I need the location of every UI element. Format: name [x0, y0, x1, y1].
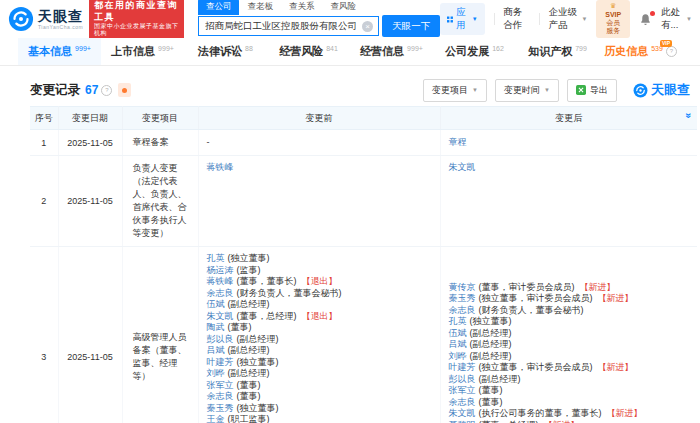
tab-operation-info[interactable]: 经营信息999+ [350, 38, 433, 65]
cell-before: 蒋铁峰 [198, 156, 440, 247]
collapse-chevrons-icon[interactable]: » [684, 113, 695, 119]
watermark-text: 天眼查 [651, 81, 690, 99]
tab-intellectual-property[interactable]: 知识产权799 [516, 38, 599, 65]
svip-badge[interactable]: ♛ SVIP 会员服务 [596, 0, 630, 38]
change-record-table: 序号 变更日期 变更项目 变更前 变更后 » 12025-11-05章程备案-章… [30, 106, 697, 423]
person-line: 朱文凯(执行公司事务的董事，董事长)【新进】 [449, 408, 692, 420]
person-role: (财务负责人，董事会秘书) [479, 305, 584, 315]
person-link[interactable]: 杨运涛 [207, 265, 234, 275]
person-line: 朱文凯(董事，总经理)【退出】 [207, 311, 434, 323]
person-role: (副总经理) [228, 299, 270, 309]
person-link[interactable]: 朱文凯 [449, 162, 476, 172]
cell-after: 章程 [440, 130, 697, 156]
status-tag: 【新进】 [580, 282, 616, 292]
business-coop-link[interactable]: 商务合作 [503, 6, 530, 32]
person-link[interactable]: 彭以良 [449, 374, 476, 384]
person-link[interactable]: 章程 [449, 137, 467, 147]
person-link[interactable]: 余志良 [207, 288, 234, 298]
export-excel-icon [576, 85, 586, 95]
person-line: 叶建芳(独立董事) [207, 357, 434, 369]
enterprise-product-label: 企业级产品 [549, 6, 580, 32]
export-button[interactable]: 导出 [567, 79, 617, 102]
search-tab-boss[interactable]: 查老板 [239, 0, 281, 15]
person-role: (董事) [237, 391, 261, 401]
person-link[interactable]: 蒋铁峰 [207, 162, 234, 172]
person-line: 叶建芳(独立董事，审计委员会成员)【新进】 [449, 362, 692, 374]
tab-legal-litigation[interactable]: 法律诉讼88 [184, 38, 267, 65]
person-link[interactable]: 叶建芳 [449, 362, 476, 372]
tab-operation-risk[interactable]: 经营风险841 [267, 38, 350, 65]
person-line: 余志良(财务负责人，董事会秘书) [207, 288, 434, 300]
apps-button[interactable]: 应用 ▼ [440, 3, 484, 35]
tab-history-info[interactable]: VIP 历史信息539 ? [599, 38, 682, 65]
person-line: 刘晔(副总经理) [449, 351, 692, 363]
header-after-label: 变更后 [555, 113, 582, 123]
person-link[interactable]: 王金 [207, 414, 225, 423]
search-tab-relation[interactable]: 查关系 [281, 0, 323, 15]
tab-count: 88 [245, 45, 253, 52]
user-menu[interactable]: 此处有... ▼ [661, 6, 692, 32]
table-row: 32025-11-05高级管理人员备案（董事、监事、经理等）孔英(独立董事)杨运… [30, 247, 697, 423]
search-input[interactable] [199, 21, 362, 32]
tab-company-development[interactable]: 公司发展162 [433, 38, 516, 65]
person-link[interactable]: 黄传京 [449, 282, 476, 292]
person-line: 张军立(董事) [207, 380, 434, 392]
notification-bell[interactable] [639, 13, 652, 26]
person-role: (独立董事) [470, 316, 512, 326]
person-link[interactable]: 张军立 [449, 385, 476, 395]
chevron-down-icon: ▼ [686, 16, 692, 22]
tab-basic-info[interactable]: 基本信息999+ [18, 38, 101, 65]
info-icon[interactable]: ? [101, 85, 112, 96]
person-line: 吕斌(副总经理) [449, 339, 692, 351]
person-role: (副总经理) [470, 328, 512, 338]
person-link[interactable]: 秦玉秀 [207, 403, 234, 413]
notification-dot [650, 11, 655, 16]
person-link[interactable]: 孔英 [449, 316, 467, 326]
person-line: - [207, 137, 434, 149]
tianyancha-logo[interactable]: 天眼查 TianYanCha.com [8, 6, 83, 32]
person-link[interactable]: 秦玉秀 [449, 293, 476, 303]
person-link[interactable]: 张军立 [207, 380, 234, 390]
enterprise-product-link[interactable]: 企业级产品 ▼ [549, 6, 588, 32]
watermark-logo: 天眼查 [633, 81, 690, 99]
slogan-badge: 都在用的商业查询工具 国家中小企业发展子基金旗下机构 [89, 0, 184, 41]
tab-listing-info[interactable]: 上市信息999+ [101, 38, 184, 65]
person-line: 秦玉秀(独立董事，审计委员会成员)【新进】 [449, 293, 692, 305]
person-link[interactable]: 伍斌 [449, 328, 467, 338]
search-button[interactable]: 天眼一下 [382, 15, 440, 37]
filter-project-button[interactable]: 变更项目 ▼ [423, 79, 487, 102]
tab-label: 知识产权 [528, 44, 572, 59]
person-link[interactable]: 吕斌 [449, 339, 467, 349]
person-link[interactable]: 吕斌 [207, 345, 225, 355]
chevron-down-icon: ▼ [472, 87, 478, 93]
person-link[interactable]: 刘晔 [207, 368, 225, 378]
person-link[interactable]: 刘晔 [449, 351, 467, 361]
person-link[interactable]: 余志良 [449, 397, 476, 407]
person-link[interactable]: 伍斌 [207, 299, 225, 309]
svip-label: SVIP [605, 11, 621, 18]
person-role: (执行公司事务的董事，董事长) [479, 408, 602, 418]
person-role: (董事，总经理) [237, 311, 297, 321]
clear-icon[interactable]: × [362, 21, 373, 32]
person-role: (独立董事) [237, 357, 279, 367]
cell-project: 章程备案 [122, 130, 198, 156]
person-link[interactable]: 蒋铁峰 [207, 276, 234, 286]
person-link[interactable]: 朱文凯 [207, 311, 234, 321]
logo-text: 天眼查 [38, 9, 83, 23]
search-tab-company[interactable]: 查公司 [198, 0, 240, 15]
person-link[interactable]: 叶建芳 [207, 357, 234, 367]
person-role: (监事) [237, 265, 261, 275]
info-icon[interactable]: ? [666, 46, 677, 57]
person-link[interactable]: 余志良 [207, 391, 234, 401]
person-link[interactable]: 余志良 [449, 305, 476, 315]
person-link[interactable]: 彭以良 [207, 334, 234, 344]
filter-time-button[interactable]: 变更时间 ▼ [495, 79, 559, 102]
person-link[interactable]: 孔英 [207, 253, 225, 263]
tianyancha-logo-icon [8, 6, 34, 32]
person-link[interactable]: 陶武 [207, 322, 225, 332]
search-tab-risk[interactable]: 查风险 [322, 0, 364, 15]
person-role: (职工监事) [228, 414, 270, 423]
top-bar: 天眼查 TianYanCha.com 都在用的商业查询工具 国家中小企业发展子基… [0, 0, 700, 38]
person-link[interactable]: 朱文凯 [449, 408, 476, 418]
apps-label: 应用 [456, 6, 469, 32]
